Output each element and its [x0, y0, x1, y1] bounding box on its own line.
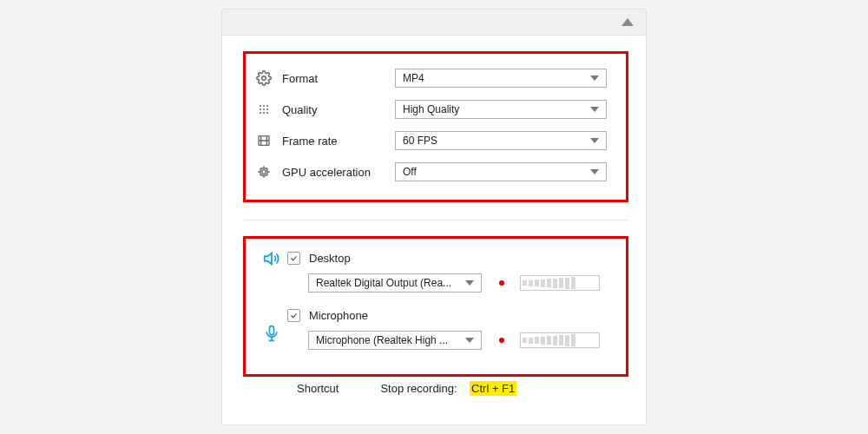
format-value: MP4 — [403, 72, 424, 84]
desktop-audio-title: Desktop — [287, 247, 607, 268]
collapse-up-icon — [621, 18, 634, 26]
framerate-combobox[interactable]: 60 FPS — [395, 131, 607, 150]
mic-audio-body: Microphone (Realtek High ... — [308, 331, 607, 350]
settings-panel: Format MP4 Quality High Quality — [221, 9, 647, 425]
chevron-down-icon — [465, 280, 474, 286]
format-label: Format — [282, 72, 395, 85]
format-combobox[interactable]: MP4 — [395, 69, 607, 88]
chevron-down-icon — [590, 76, 599, 81]
gpu-value: Off — [403, 166, 417, 178]
svg-point-9 — [266, 112, 268, 114]
chevron-down-icon — [590, 107, 599, 112]
chip-icon — [256, 164, 272, 180]
framerate-value: 60 FPS — [403, 135, 437, 147]
chevron-down-icon — [465, 338, 474, 343]
gpu-row: GPU acceleration Off — [256, 156, 607, 187]
desktop-audio-checkbox[interactable] — [287, 252, 300, 265]
mic-device-combobox[interactable]: Microphone (Realtek High ... — [308, 331, 482, 350]
mic-audio-title: Microphone — [287, 305, 607, 326]
desktop-audio-body: Realtek Digital Output (Rea... — [308, 273, 607, 293]
stop-recording-label: Stop recording: — [380, 382, 457, 395]
mic-level-meter — [520, 332, 600, 348]
record-indicator-icon — [499, 280, 504, 286]
svg-point-4 — [260, 108, 261, 110]
footer-shortcut: Shortcut Stop recording: Ctrl + F1 — [243, 377, 628, 407]
chevron-down-icon — [590, 138, 599, 143]
desktop-device-value: Realtek Digital Output (Rea... — [316, 277, 451, 289]
svg-point-1 — [260, 105, 261, 107]
video-settings-group: Format MP4 Quality High Quality — [243, 51, 628, 202]
gpu-label: GPU acceleration — [282, 166, 395, 179]
svg-point-3 — [266, 105, 268, 107]
quality-combobox[interactable]: High Quality — [395, 100, 607, 119]
framerate-row: Frame rate 60 FPS — [256, 125, 607, 156]
mic-device-value: Microphone (Realtek High ... — [316, 334, 448, 346]
svg-point-5 — [263, 108, 265, 110]
desktop-level-meter — [520, 275, 600, 291]
svg-point-6 — [266, 108, 268, 110]
svg-point-8 — [263, 112, 265, 114]
framerate-label: Frame rate — [282, 135, 395, 148]
svg-marker-20 — [265, 253, 272, 265]
quality-value: High Quality — [403, 103, 459, 115]
mic-audio-label: Microphone — [309, 309, 368, 322]
gpu-combobox[interactable]: Off — [395, 162, 607, 181]
svg-point-2 — [263, 105, 265, 107]
svg-point-0 — [262, 76, 266, 81]
chevron-down-icon — [590, 169, 599, 174]
quality-label: Quality — [282, 103, 395, 116]
audio-settings-group: Desktop Realtek Digital Output (Rea... — [243, 236, 628, 377]
audio-body: Desktop Realtek Digital Output (Rea... — [287, 247, 607, 362]
format-row: Format MP4 — [256, 62, 607, 94]
shortcut-key-highlight: Ctrl + F1 — [470, 381, 516, 396]
film-icon — [256, 133, 272, 148]
audio-icons-column — [256, 247, 287, 362]
svg-rect-21 — [270, 326, 274, 335]
speaker-icon — [262, 249, 281, 271]
divider — [243, 220, 628, 220]
collapse-bar[interactable] — [222, 10, 646, 36]
desktop-device-combobox[interactable]: Realtek Digital Output (Rea... — [308, 273, 482, 293]
panel-content: Format MP4 Quality High Quality — [222, 36, 646, 416]
quality-row: Quality High Quality — [256, 94, 607, 125]
svg-rect-15 — [262, 170, 266, 174]
mic-audio-checkbox[interactable] — [287, 309, 300, 322]
record-indicator-icon — [499, 338, 504, 343]
desktop-audio-label: Desktop — [309, 252, 351, 265]
shortcut-heading: Shortcut — [297, 382, 339, 395]
svg-point-7 — [260, 112, 261, 114]
microphone-icon — [263, 325, 280, 345]
svg-rect-14 — [260, 168, 267, 175]
format-gear-icon — [256, 70, 272, 86]
quality-dots-icon — [256, 102, 272, 117]
